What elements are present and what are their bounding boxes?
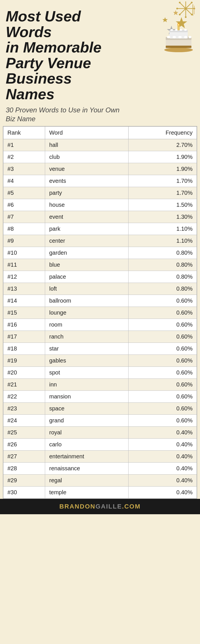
table-row: #7event1.30%	[3, 211, 197, 223]
cell-frequency: 2.70%	[129, 139, 197, 151]
cell-frequency: 0.60%	[129, 390, 197, 402]
cell-word: renaissance	[45, 462, 129, 474]
cell-word: lounge	[45, 307, 129, 319]
cell-frequency: 1.10%	[129, 235, 197, 247]
table-row: #22mansion0.60%	[3, 390, 197, 402]
cell-rank: #19	[3, 355, 45, 366]
cell-rank: #11	[3, 259, 45, 271]
svg-line-1	[186, 3, 191, 9]
table-row: #23space0.60%	[3, 402, 197, 414]
cell-rank: #10	[3, 247, 45, 259]
cell-frequency: 0.40%	[129, 462, 197, 474]
cell-word: ballroom	[45, 295, 129, 307]
cell-word: room	[45, 319, 129, 331]
table-row: #3venue1.90%	[3, 163, 197, 175]
table-row: #11blue0.80%	[3, 259, 197, 271]
table-row: #16room0.60%	[3, 319, 197, 331]
svg-line-5	[180, 9, 186, 14]
cell-rank: #16	[3, 319, 45, 331]
cell-word: party	[45, 187, 129, 199]
cell-frequency: 0.40%	[129, 438, 197, 450]
cell-word: park	[45, 223, 129, 235]
svg-point-24	[173, 36, 176, 38]
svg-point-35	[164, 48, 193, 52]
cell-rank: #24	[3, 414, 45, 426]
cell-rank: #8	[3, 223, 45, 235]
cell-rank: #1	[3, 139, 45, 151]
data-table-container: Rank Word Frequency #1hall2.70%#2club1.9…	[3, 126, 197, 499]
cell-rank: #3	[3, 163, 45, 175]
col-rank: Rank	[3, 126, 45, 139]
svg-point-13	[179, 14, 181, 15]
table-row: #14ballroom0.60%	[3, 295, 197, 307]
cell-frequency: 0.40%	[129, 426, 197, 438]
table-row: #17ranch0.60%	[3, 331, 197, 343]
table-row: #10garden0.80%	[3, 247, 197, 259]
col-word: Word	[45, 126, 129, 139]
svg-point-14	[176, 8, 178, 9]
cell-word: regal	[45, 474, 129, 486]
table-row: #9center1.10%	[3, 235, 197, 247]
cell-frequency: 1.90%	[129, 151, 197, 163]
cell-rank: #18	[3, 343, 45, 355]
table-row: #25royal0.40%	[3, 426, 197, 438]
table-row: #19gables0.60%	[3, 355, 197, 366]
cell-word: hall	[45, 139, 129, 151]
cell-frequency: 0.60%	[129, 307, 197, 319]
cell-frequency: 0.80%	[129, 283, 197, 295]
svg-point-15	[179, 2, 181, 3]
table-row: #13loft0.80%	[3, 283, 197, 295]
svg-rect-36	[166, 46, 191, 48]
table-row: #15lounge0.60%	[3, 307, 197, 319]
table-row: #28renaissance0.40%	[3, 462, 197, 474]
star-small2	[173, 10, 178, 15]
table-row: #12palace0.80%	[3, 271, 197, 283]
cell-word: venue	[45, 163, 129, 175]
cell-frequency: 0.40%	[129, 474, 197, 486]
cell-frequency: 0.80%	[129, 271, 197, 283]
cell-rank: #25	[3, 426, 45, 438]
cell-frequency: 0.60%	[129, 319, 197, 331]
svg-point-34	[178, 24, 179, 26]
cell-word: star	[45, 343, 129, 355]
table-row: #5party1.70%	[3, 187, 197, 199]
table-row: #30temple0.40%	[3, 486, 197, 498]
cell-word: royal	[45, 426, 129, 438]
cell-word: inn	[45, 378, 129, 390]
cell-rank: #23	[3, 402, 45, 414]
cell-frequency: 0.60%	[129, 355, 197, 366]
cell-word: center	[45, 235, 129, 247]
cell-rank: #2	[3, 151, 45, 163]
cell-frequency: 0.60%	[129, 295, 197, 307]
svg-point-30	[179, 29, 182, 31]
cell-word: mansion	[45, 390, 129, 402]
cell-rank: #27	[3, 450, 45, 462]
svg-point-9	[191, 2, 193, 3]
svg-point-23	[167, 36, 170, 38]
cell-frequency: 1.70%	[129, 175, 197, 187]
cell-frequency: 1.50%	[129, 199, 197, 211]
cell-rank: #6	[3, 199, 45, 211]
cake-decoration	[161, 17, 196, 54]
table-row: #27entertainment0.40%	[3, 450, 197, 462]
cell-rank: #30	[3, 486, 45, 498]
cell-word: garden	[45, 247, 129, 259]
cell-rank: #28	[3, 462, 45, 474]
col-frequency: Frequency	[129, 126, 197, 139]
cell-frequency: 1.30%	[129, 211, 197, 223]
table-row: #29regal0.40%	[3, 474, 197, 486]
footer-brand: BRANDONGAILLE.COM	[59, 503, 141, 510]
table-row: #8park1.10%	[3, 223, 197, 235]
cell-frequency: 0.80%	[129, 247, 197, 259]
cell-frequency: 0.60%	[129, 402, 197, 414]
cell-word: grand	[45, 414, 129, 426]
table-header-row: Rank Word Frequency	[3, 126, 197, 139]
cell-rank: #22	[3, 390, 45, 402]
cell-rank: #17	[3, 331, 45, 343]
main-title: Most Used Words in Memorable Party Venue…	[6, 6, 114, 102]
footer-brand-gold: BRANDON	[59, 503, 95, 510]
table-row: #6house1.50%	[3, 199, 197, 211]
footer: BRANDONGAILLE.COM	[0, 499, 200, 514]
cell-word: event	[45, 211, 129, 223]
table-row: #1hall2.70%	[3, 139, 197, 151]
